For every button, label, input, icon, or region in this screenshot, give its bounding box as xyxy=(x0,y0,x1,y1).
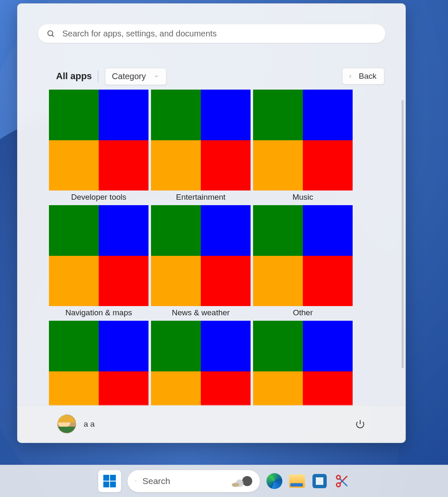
scissors-icon xyxy=(335,474,350,489)
header-row: All apps Category Back xyxy=(56,66,384,87)
start-menu: All apps Category Back Developer tools xyxy=(17,3,406,443)
tile-thumbnail xyxy=(253,321,353,406)
tile-thumbnail xyxy=(49,321,148,406)
taskbar-app-store[interactable] xyxy=(311,473,328,489)
category-tile-navigation-maps[interactable]: Navigation & maps xyxy=(49,205,148,317)
tile-label: News & weather xyxy=(151,306,251,317)
user-name-label[interactable]: a a xyxy=(84,420,95,429)
taskbar xyxy=(0,465,448,497)
chevron-left-icon xyxy=(348,74,353,79)
chevron-down-icon xyxy=(154,73,159,79)
tile-label: Music xyxy=(253,191,353,202)
back-button[interactable]: Back xyxy=(342,68,384,85)
search-icon xyxy=(46,29,55,38)
category-tile[interactable] xyxy=(253,321,353,406)
taskbar-app-edge[interactable] xyxy=(266,473,283,489)
category-tile-news-weather[interactable]: News & weather xyxy=(151,205,251,317)
edge-icon xyxy=(266,473,282,489)
tile-thumbnail xyxy=(253,90,353,191)
category-tile-developer-tools[interactable]: Developer tools xyxy=(49,90,148,202)
taskbar-app-file-explorer[interactable] xyxy=(289,473,305,489)
svg-point-3 xyxy=(135,481,136,482)
grid-row xyxy=(49,321,400,406)
category-tile-entertainment[interactable]: Entertainment xyxy=(151,90,251,202)
folder-icon xyxy=(289,474,305,488)
tile-label: Other xyxy=(253,306,353,317)
category-tile[interactable] xyxy=(49,321,148,406)
start-search-input[interactable] xyxy=(62,29,377,39)
content-inner: Developer tools Entertainment Music xyxy=(49,90,400,406)
tile-thumbnail xyxy=(49,90,148,191)
tile-thumbnail xyxy=(151,90,251,191)
category-tile-music[interactable]: Music xyxy=(253,90,353,202)
tile-label: Entertainment xyxy=(151,191,251,202)
user-avatar[interactable] xyxy=(57,415,76,433)
search-widget-icon xyxy=(230,475,254,487)
content-scroll-area[interactable]: Developer tools Entertainment Music xyxy=(49,90,400,406)
category-tile[interactable] xyxy=(151,321,251,406)
search-icon xyxy=(135,477,136,485)
tile-thumbnail xyxy=(253,205,353,306)
start-search-bar[interactable] xyxy=(38,24,386,43)
scrollbar[interactable] xyxy=(402,100,404,368)
windows-logo-icon xyxy=(103,475,116,487)
all-apps-label: All apps xyxy=(56,71,92,82)
category-tile-other[interactable]: Other xyxy=(253,205,353,317)
tile-label: Developer tools xyxy=(49,191,148,202)
svg-point-9 xyxy=(336,483,340,487)
grid-row: Navigation & maps News & weather Other xyxy=(49,205,400,317)
tile-thumbnail xyxy=(49,205,148,306)
start-button[interactable] xyxy=(98,470,121,492)
category-dropdown-label: Category xyxy=(112,72,146,81)
svg-line-1 xyxy=(52,35,54,37)
back-button-label: Back xyxy=(359,72,376,81)
svg-point-0 xyxy=(48,31,53,36)
svg-point-7 xyxy=(232,483,239,487)
taskbar-app-snipping-tool[interactable] xyxy=(334,473,351,489)
power-icon[interactable] xyxy=(355,419,366,430)
tile-thumbnail xyxy=(151,205,251,306)
grid-row: Developer tools Entertainment Music xyxy=(49,90,400,202)
start-menu-footer: a a xyxy=(18,405,405,443)
svg-point-5 xyxy=(242,476,252,486)
svg-line-4 xyxy=(136,482,136,482)
svg-point-8 xyxy=(336,476,340,479)
store-icon xyxy=(312,474,327,488)
tile-thumbnail xyxy=(151,321,251,406)
category-dropdown[interactable]: Category xyxy=(105,68,166,85)
divider xyxy=(98,71,98,82)
taskbar-search[interactable] xyxy=(127,470,260,492)
tile-label: Navigation & maps xyxy=(49,306,148,317)
